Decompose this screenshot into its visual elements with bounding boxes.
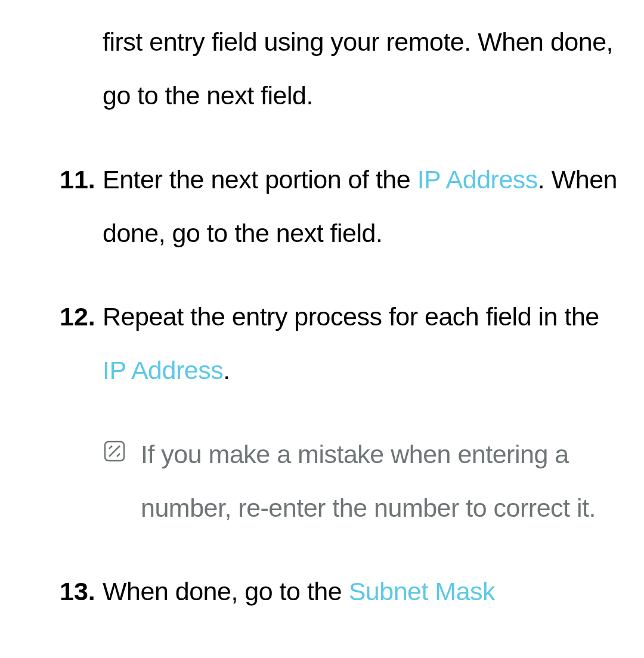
step-fragment-top: first entry field using your remote. Whe…	[60, 15, 620, 123]
highlight-ip-address: IP Address	[103, 356, 223, 384]
step-number: 12.	[60, 302, 103, 331]
note-icon	[103, 427, 141, 465]
step-13: 13. When done, go to the Subnet Mask	[60, 564, 620, 618]
step-12: 12. Repeat the entry process for each fi…	[60, 290, 620, 398]
step-text-pre: When done, go to the	[103, 577, 349, 606]
step-number: 13.	[60, 577, 103, 606]
step-content: When done, go to the Subnet Mask	[103, 564, 495, 618]
step-text-fragment: first entry field using your remote. Whe…	[103, 15, 620, 123]
svg-line-2	[109, 446, 112, 449]
svg-line-3	[117, 454, 120, 457]
note-block: If you make a mistake when entering a nu…	[60, 427, 620, 535]
step-11: 11. Enter the next portion of the IP Add…	[60, 153, 620, 260]
note-text: If you make a mistake when entering a nu…	[141, 427, 620, 535]
step-content: Repeat the entry process for each field …	[103, 290, 620, 398]
step-text-pre: Repeat the entry process for each field …	[103, 302, 599, 331]
step-text-post: .	[223, 356, 230, 384]
step-text-pre: Enter the next portion of the	[103, 165, 417, 194]
step-content: Enter the next portion of the IP Address…	[103, 153, 620, 260]
highlight-subnet-mask: Subnet Mask	[349, 577, 495, 606]
highlight-ip-address: IP Address	[417, 165, 538, 194]
step-number: 11.	[60, 165, 103, 194]
